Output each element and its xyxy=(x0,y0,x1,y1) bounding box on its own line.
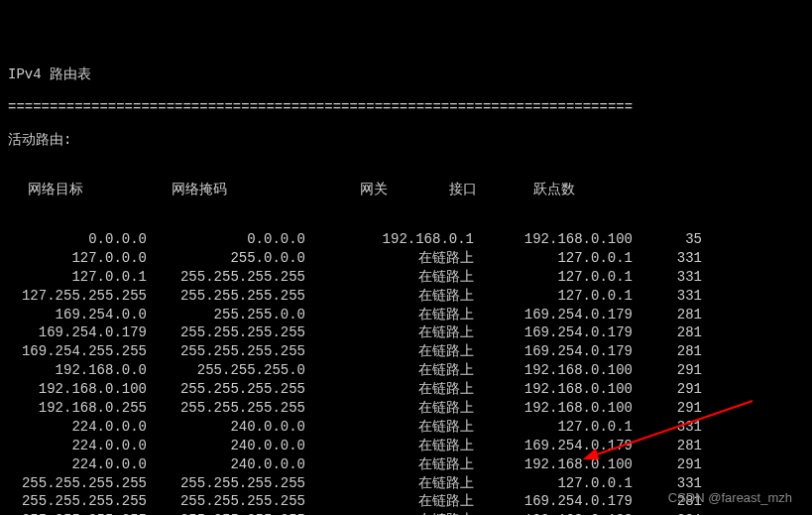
cell-gateway: 192.168.0.1 xyxy=(305,230,474,249)
cell-gateway: 在链路上 xyxy=(305,323,474,342)
cell-interface: 192.168.0.100 xyxy=(474,361,633,380)
watermark: CSDN @fareast_mzh xyxy=(668,490,792,505)
header-gateway: 网关 xyxy=(286,181,434,198)
table-row: 169.254.255.255255.255.255.255在链路上169.25… xyxy=(8,342,804,361)
cell-interface: 169.254.0.179 xyxy=(474,342,633,361)
cell-metric: 281 xyxy=(633,342,702,361)
cell-gateway: 在链路上 xyxy=(305,492,474,511)
cell-metric: 331 xyxy=(633,418,702,437)
cell-dest: 192.168.0.255 xyxy=(8,399,147,418)
cell-mask: 240.0.0.0 xyxy=(147,455,305,474)
cell-mask: 255.255.255.0 xyxy=(147,361,305,380)
header-metric: 跃点数 xyxy=(533,181,613,198)
cell-gateway: 在链路上 xyxy=(305,380,474,399)
table-row: 224.0.0.0240.0.0.0在链路上169.254.0.179281 xyxy=(8,437,804,455)
table-row: 224.0.0.0240.0.0.0在链路上127.0.0.1331 xyxy=(8,418,804,437)
cell-gateway: 在链路上 xyxy=(305,287,474,306)
table-row: 192.168.0.100255.255.255.255在链路上192.168.… xyxy=(8,380,804,399)
cell-dest: 0.0.0.0 xyxy=(8,230,147,249)
cell-dest: 169.254.255.255 xyxy=(8,342,147,361)
cell-mask: 255.255.0.0 xyxy=(147,306,305,324)
cell-gateway: 在链路上 xyxy=(305,342,474,361)
cell-metric: 35 xyxy=(633,230,702,249)
cell-dest: 255.255.255.255 xyxy=(8,492,147,511)
cell-interface: 192.168.0.100 xyxy=(474,455,633,474)
cell-dest: 224.0.0.0 xyxy=(8,437,147,455)
cell-gateway: 在链路上 xyxy=(305,418,474,437)
cell-dest: 127.255.255.255 xyxy=(8,287,147,306)
cell-mask: 255.255.255.255 xyxy=(147,342,305,361)
cell-interface: 192.168.0.100 xyxy=(474,230,633,249)
cell-metric: 291 xyxy=(633,511,702,515)
cell-dest: 255.255.255.255 xyxy=(8,511,147,515)
cell-interface: 127.0.0.1 xyxy=(474,287,633,306)
cell-dest: 127.0.0.0 xyxy=(8,249,147,268)
cell-interface: 127.0.0.1 xyxy=(474,418,633,437)
cell-interface: 127.0.0.1 xyxy=(474,249,633,268)
cell-mask: 255.255.255.255 xyxy=(147,474,305,493)
table-row: 127.255.255.255255.255.255.255在链路上127.0.… xyxy=(8,287,804,306)
table-row: 127.0.0.1255.255.255.255在链路上127.0.0.1331 xyxy=(8,268,804,287)
cell-mask: 255.255.255.255 xyxy=(147,380,305,399)
cell-interface: 127.0.0.1 xyxy=(474,474,633,493)
cell-gateway: 在链路上 xyxy=(305,306,474,324)
cell-mask: 255.255.255.255 xyxy=(147,268,305,287)
cell-interface: 192.168.0.100 xyxy=(474,380,633,399)
cell-mask: 255.255.255.255 xyxy=(147,511,305,515)
cell-mask: 255.255.255.255 xyxy=(147,492,305,511)
cell-dest: 255.255.255.255 xyxy=(8,474,147,493)
cell-gateway: 在链路上 xyxy=(305,437,474,455)
cell-mask: 240.0.0.0 xyxy=(147,418,305,437)
table-row: 169.254.0.179255.255.255.255在链路上169.254.… xyxy=(8,323,804,342)
table-row: 192.168.0.0255.255.255.0在链路上192.168.0.10… xyxy=(8,361,804,380)
cell-dest: 192.168.0.0 xyxy=(8,361,147,380)
cell-gateway: 在链路上 xyxy=(305,474,474,493)
cell-mask: 255.255.255.255 xyxy=(147,399,305,418)
cell-gateway: 在链路上 xyxy=(305,249,474,268)
cell-gateway: 在链路上 xyxy=(305,399,474,418)
cell-gateway: 在链路上 xyxy=(305,268,474,287)
cell-interface: 127.0.0.1 xyxy=(474,268,633,287)
routing-table-title: IPv4 路由表 xyxy=(8,65,804,83)
cell-gateway: 在链路上 xyxy=(305,455,474,474)
header-interface: 接口 xyxy=(434,181,533,198)
cell-metric: 331 xyxy=(633,287,702,306)
cell-metric: 331 xyxy=(633,249,702,268)
table-row: 255.255.255.255255.255.255.255在链路上192.16… xyxy=(8,511,804,515)
active-routes-label: 活动路由: xyxy=(8,131,804,149)
cell-gateway: 在链路上 xyxy=(305,511,474,515)
cell-metric: 281 xyxy=(633,306,702,324)
divider: ========================================… xyxy=(8,99,804,115)
cell-metric: 291 xyxy=(633,455,702,474)
cell-mask: 255.0.0.0 xyxy=(147,249,305,268)
header-dest: 网络目标 xyxy=(8,181,87,198)
active-routes-body: 0.0.0.00.0.0.0192.168.0.1192.168.0.10035… xyxy=(8,230,804,515)
table-row: 192.168.0.255255.255.255.255在链路上192.168.… xyxy=(8,399,804,418)
cell-dest: 127.0.0.1 xyxy=(8,268,147,287)
cell-interface: 192.168.0.100 xyxy=(474,511,633,515)
cell-interface: 169.254.0.179 xyxy=(474,306,633,324)
table-row: 224.0.0.0240.0.0.0在链路上192.168.0.100291 xyxy=(8,455,804,474)
active-routes-header: 网络目标 网络掩码 网关 接口 跃点数 xyxy=(8,181,804,198)
cell-dest: 224.0.0.0 xyxy=(8,455,147,474)
cell-interface: 169.254.0.179 xyxy=(474,437,633,455)
table-row: 127.0.0.0255.0.0.0在链路上127.0.0.1331 xyxy=(8,249,804,268)
cell-mask: 0.0.0.0 xyxy=(147,230,305,249)
header-mask: 网络掩码 xyxy=(87,181,286,198)
cell-metric: 281 xyxy=(633,323,702,342)
cell-gateway: 在链路上 xyxy=(305,361,474,380)
cell-metric: 291 xyxy=(633,380,702,399)
cell-interface: 169.254.0.179 xyxy=(474,323,633,342)
cell-mask: 240.0.0.0 xyxy=(147,437,305,455)
cell-dest: 192.168.0.100 xyxy=(8,380,147,399)
cell-mask: 255.255.255.255 xyxy=(147,323,305,342)
cell-interface: 192.168.0.100 xyxy=(474,399,633,418)
cell-dest: 224.0.0.0 xyxy=(8,418,147,437)
table-row: 0.0.0.00.0.0.0192.168.0.1192.168.0.10035 xyxy=(8,230,804,249)
table-row: 169.254.0.0255.255.0.0在链路上169.254.0.1792… xyxy=(8,306,804,324)
cell-metric: 291 xyxy=(633,399,702,418)
cell-interface: 169.254.0.179 xyxy=(474,492,633,511)
cell-mask: 255.255.255.255 xyxy=(147,287,305,306)
cell-dest: 169.254.0.179 xyxy=(8,323,147,342)
cell-metric: 291 xyxy=(633,361,702,380)
